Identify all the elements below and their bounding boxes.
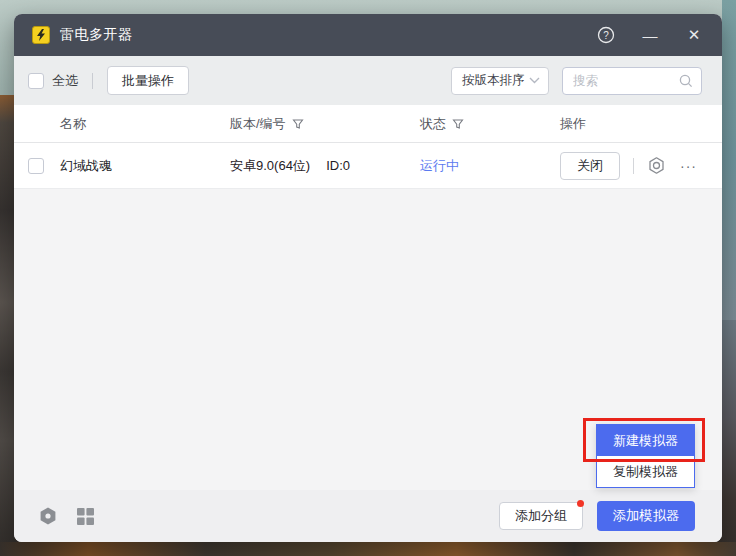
header-name: 名称 bbox=[60, 115, 230, 133]
header-version: 版本/编号 bbox=[230, 115, 420, 133]
app-window: 雷电多开器 ? — ✕ 全选 批量操作 按版本排序 bbox=[14, 14, 722, 542]
header-status: 状态 bbox=[420, 115, 560, 133]
row-status-cell: 运行中 bbox=[420, 157, 560, 175]
app-logo-icon bbox=[32, 26, 50, 44]
select-all-label: 全选 bbox=[52, 72, 78, 90]
minimize-button[interactable]: — bbox=[640, 25, 660, 45]
lightning-icon bbox=[36, 29, 46, 41]
more-icon[interactable]: ··· bbox=[680, 158, 697, 174]
row-version-cell: 安卓9.0(64位) ID:0 bbox=[230, 157, 420, 175]
row-operations: 关闭 ··· bbox=[560, 152, 722, 180]
header-version-label: 版本/编号 bbox=[230, 115, 286, 133]
status-badge: 运行中 bbox=[420, 157, 459, 175]
menu-item-new-emulator[interactable]: 新建模拟器 bbox=[597, 425, 694, 456]
row-version: 安卓9.0(64位) bbox=[230, 157, 310, 175]
chevron-down-icon bbox=[529, 77, 540, 84]
search-input[interactable] bbox=[573, 74, 679, 88]
help-icon: ? bbox=[597, 26, 615, 44]
add-emulator-popup-menu: 新建模拟器 复制模拟器 bbox=[596, 424, 695, 488]
wallpaper-sky bbox=[722, 0, 736, 320]
header-status-label: 状态 bbox=[420, 115, 446, 133]
add-group-button[interactable]: 添加分组 bbox=[499, 502, 583, 530]
wallpaper-rocks-bottom bbox=[0, 542, 736, 556]
row-id: ID:0 bbox=[326, 158, 350, 173]
search-icon[interactable] bbox=[679, 74, 693, 88]
row-name: 幻域战魂 bbox=[60, 157, 230, 175]
row-checkbox-cell bbox=[28, 158, 60, 174]
footer-icons bbox=[38, 506, 95, 526]
add-emulator-button[interactable]: 添加模拟器 bbox=[597, 501, 695, 531]
menu-item-copy-emulator[interactable]: 复制模拟器 bbox=[597, 456, 694, 487]
close-instance-button[interactable]: 关闭 bbox=[560, 152, 620, 180]
add-group-label: 添加分组 bbox=[515, 507, 567, 525]
svg-text:?: ? bbox=[603, 30, 609, 41]
select-all-checkbox[interactable] bbox=[28, 73, 44, 89]
help-button[interactable]: ? bbox=[596, 25, 616, 45]
table-header: 名称 版本/编号 状态 操作 bbox=[14, 105, 722, 143]
row-checkbox[interactable] bbox=[28, 158, 44, 174]
titlebar: 雷电多开器 ? — ✕ bbox=[14, 14, 722, 56]
sort-dropdown[interactable]: 按版本排序 bbox=[451, 67, 549, 95]
sort-dropdown-value: 按版本排序 bbox=[462, 72, 529, 89]
toolbar: 全选 批量操作 按版本排序 bbox=[14, 56, 722, 105]
footer-bar: 添加分组 添加模拟器 bbox=[14, 490, 722, 542]
operations-divider bbox=[633, 158, 634, 174]
instance-settings-icon[interactable] bbox=[647, 156, 666, 175]
filter-icon[interactable] bbox=[452, 118, 464, 130]
grid-layout-icon[interactable] bbox=[76, 507, 95, 526]
titlebar-controls: ? — ✕ bbox=[596, 25, 704, 45]
window-title: 雷电多开器 bbox=[60, 26, 133, 44]
search-box bbox=[562, 67, 702, 95]
filter-icon[interactable] bbox=[292, 118, 304, 130]
table-row[interactable]: 幻域战魂 安卓9.0(64位) ID:0 运行中 关闭 ··· bbox=[14, 143, 722, 189]
close-button[interactable]: ✕ bbox=[684, 25, 704, 45]
batch-operations-button[interactable]: 批量操作 bbox=[107, 66, 189, 95]
header-operations: 操作 bbox=[560, 115, 722, 133]
toolbar-divider bbox=[92, 73, 93, 89]
settings-icon[interactable] bbox=[38, 506, 58, 526]
notification-dot bbox=[577, 500, 584, 507]
